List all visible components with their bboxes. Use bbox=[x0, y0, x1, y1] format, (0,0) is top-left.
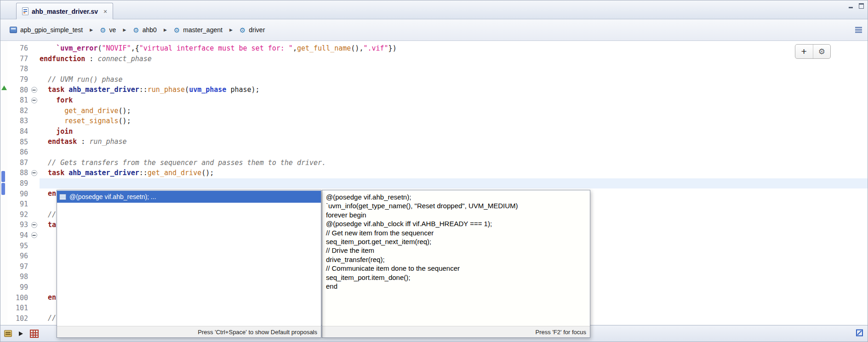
code-line-88[interactable]: task ahb_master_driver::get_and_drive(); bbox=[40, 168, 868, 178]
code-line-81[interactable]: fork bbox=[40, 95, 868, 106]
line-number: 82 bbox=[7, 107, 30, 115]
status-bar-right bbox=[856, 329, 863, 338]
line-number: 94 bbox=[7, 231, 30, 239]
code-token: // bbox=[48, 211, 56, 219]
code-line-85[interactable]: endtask : run_phase bbox=[40, 137, 868, 147]
breadcrumb-item-driver[interactable]: ⚙driver bbox=[237, 25, 268, 35]
code-line-87[interactable]: // Gets transfers from the sequencer and… bbox=[40, 158, 868, 168]
code-token: ta bbox=[48, 221, 56, 229]
preview-line: drive_transfer(req); bbox=[326, 255, 586, 264]
occurrence-marker[interactable] bbox=[1, 183, 5, 195]
module-icon bbox=[10, 27, 17, 33]
preview-line: @(posedge vif.ahb_resetn); bbox=[326, 193, 586, 201]
preview-line: end bbox=[326, 282, 586, 291]
preview-line: // Communicate item done to the sequence… bbox=[326, 264, 586, 273]
window-restore-icon[interactable] bbox=[856, 329, 863, 336]
code-line-86[interactable] bbox=[40, 147, 868, 158]
minimize-icon[interactable] bbox=[848, 4, 853, 9]
code-token: join bbox=[56, 127, 73, 136]
code-line-76[interactable]: `uvm_error("NOVIF",{"virtual interface m… bbox=[40, 43, 868, 54]
code-token: reset_signals bbox=[64, 117, 118, 125]
line-number: 89 bbox=[7, 179, 30, 188]
code-token: (); bbox=[119, 117, 131, 125]
chevron-right-icon: ▶ bbox=[123, 28, 126, 32]
line-number: 98 bbox=[7, 273, 30, 281]
proposal-item[interactable]: @(posedge vif.ahb_resetn); ... bbox=[57, 191, 321, 203]
code-token: "virtual interface must be set for: " bbox=[139, 44, 293, 52]
line-number: 79 bbox=[7, 75, 30, 84]
line-number: 91 bbox=[7, 200, 30, 208]
tab-close-icon[interactable]: × bbox=[103, 8, 107, 15]
breadcrumb-item-apb_gpio_simple_test[interactable]: apb_gpio_simple_test bbox=[7, 25, 86, 35]
code-token: ahb_master_driver bbox=[69, 169, 139, 177]
editor-tab-bar: ahb_master_driver.sv × bbox=[0, 0, 868, 19]
code-token bbox=[40, 159, 48, 167]
line-number: 99 bbox=[7, 283, 30, 291]
toggle-breadcrumb-icon[interactable] bbox=[855, 27, 862, 33]
code-line-78[interactable] bbox=[40, 64, 868, 74]
gutter: 7677787980818283848586878889909192939495… bbox=[7, 41, 38, 324]
change-marker-icon[interactable] bbox=[1, 86, 7, 90]
preview-line: // Drive the item bbox=[326, 246, 586, 255]
play-arrow-icon[interactable] bbox=[19, 331, 23, 336]
code-token bbox=[40, 86, 48, 94]
fold-collapse-icon[interactable] bbox=[30, 230, 38, 241]
code-token: : bbox=[85, 55, 97, 63]
code-token: get_and_drive bbox=[64, 107, 118, 115]
code-line-80[interactable]: task ahb_master_driver::run_phase(uvm_ph… bbox=[40, 85, 868, 95]
code-line-89[interactable] bbox=[40, 178, 868, 189]
code-token: endfunction bbox=[40, 55, 85, 63]
line-number: 81 bbox=[7, 96, 30, 104]
add-button[interactable]: + bbox=[795, 45, 813, 58]
code-token: task bbox=[48, 169, 64, 177]
view-controls bbox=[848, 3, 864, 9]
code-token: // Gets transfers from the sequencer and… bbox=[48, 159, 326, 167]
code-line-79[interactable]: // UVM run() phase bbox=[40, 74, 868, 85]
breadcrumb-item-master_agent[interactable]: ⚙master_agent bbox=[171, 25, 225, 35]
line-number: 84 bbox=[7, 127, 30, 136]
gear-icon: ⚙ bbox=[133, 27, 139, 34]
maximize-icon[interactable] bbox=[859, 3, 864, 9]
chevron-right-icon: ▶ bbox=[164, 28, 167, 32]
settings-gear-icon[interactable]: ⚙ bbox=[813, 45, 831, 58]
fold-collapse-icon[interactable] bbox=[30, 85, 38, 95]
code-token bbox=[40, 44, 56, 52]
chevron-right-icon: ▶ bbox=[229, 28, 233, 32]
code-token: en bbox=[48, 293, 56, 302]
code-token: run_phase bbox=[89, 137, 126, 146]
fold-collapse-icon[interactable] bbox=[30, 168, 38, 178]
code-token: connect_phase bbox=[97, 55, 151, 63]
fold-collapse-icon[interactable] bbox=[30, 220, 38, 230]
code-token: ahb_master_driver bbox=[69, 86, 139, 94]
line-number: 77 bbox=[7, 55, 30, 63]
tab-ahb-master-driver[interactable]: ahb_master_driver.sv × bbox=[16, 3, 113, 19]
occurrence-marker[interactable] bbox=[1, 171, 5, 182]
breadcrumb-label: apb_gpio_simple_test bbox=[20, 26, 83, 34]
grid-icon[interactable] bbox=[30, 330, 39, 338]
code-token bbox=[40, 314, 48, 322]
code-line-77[interactable]: endfunction : connect_phase bbox=[40, 54, 868, 64]
gear-icon: ⚙ bbox=[240, 27, 246, 34]
code-token: uvm_phase bbox=[189, 86, 226, 94]
code-token bbox=[40, 75, 48, 84]
breadcrumb-item-ahb0[interactable]: ⚙ahb0 bbox=[130, 25, 160, 35]
code-line-84[interactable]: join bbox=[40, 126, 868, 137]
code-token bbox=[40, 211, 48, 219]
line-number: 93 bbox=[7, 221, 30, 229]
code-token: get_full_name bbox=[297, 44, 351, 52]
breadcrumb-bar: apb_gpio_simple_test▶⚙ve▶⚙ahb0▶⚙master_a… bbox=[0, 19, 868, 41]
console-icon[interactable] bbox=[4, 330, 12, 337]
chevron-right-icon: ▶ bbox=[90, 28, 93, 32]
code-token: task bbox=[48, 86, 64, 94]
ide-window: ahb_master_driver.sv × apb_gpio_simple_t… bbox=[0, 0, 868, 342]
breadcrumb-label: ve bbox=[109, 26, 116, 34]
code-token bbox=[40, 293, 48, 302]
breadcrumb-item-ve[interactable]: ⚙ve bbox=[97, 25, 119, 35]
proposal-preview-popup: @(posedge vif.ahb_resetn);`uvm_info(get_… bbox=[322, 190, 590, 338]
code-line-82[interactable]: get_and_drive(); bbox=[40, 106, 868, 116]
line-number: 92 bbox=[7, 211, 30, 219]
code-line-83[interactable]: reset_signals(); bbox=[40, 116, 868, 126]
fold-collapse-icon[interactable] bbox=[30, 95, 38, 106]
preview-body: @(posedge vif.ahb_resetn);`uvm_info(get_… bbox=[322, 190, 590, 326]
code-token bbox=[40, 137, 48, 146]
